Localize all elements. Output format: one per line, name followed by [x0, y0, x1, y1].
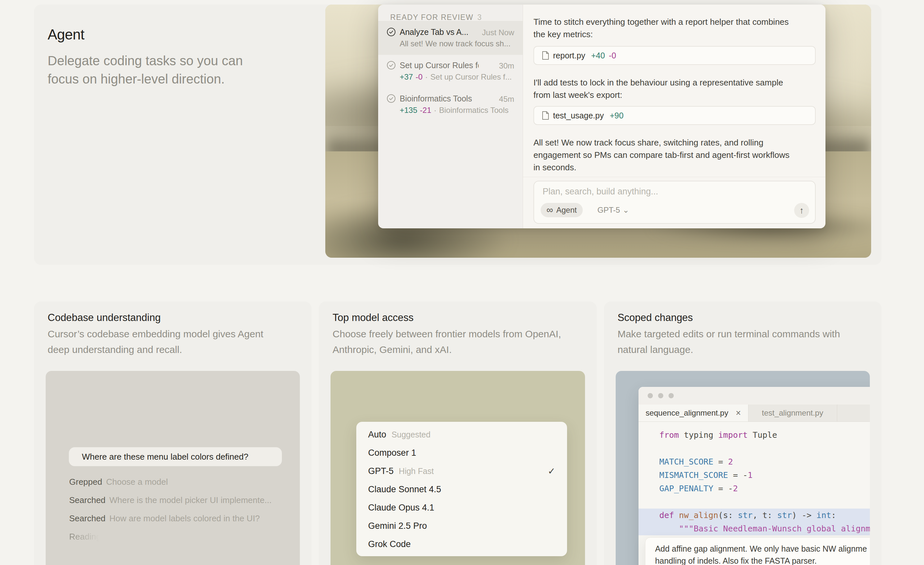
deletions-count: -0 [609, 51, 616, 60]
tool-call-row: SearchedHow are model labels colored in … [69, 514, 260, 523]
agent-chat: Time to stitch everything together with … [523, 4, 825, 228]
file-chip-report[interactable]: report.py +40 -0 [534, 46, 816, 65]
code-line: def nw_align(s: str, t: str) -> int: [659, 508, 870, 522]
window-dot-icon [669, 393, 674, 398]
user-query-bubble: Where are these menu label colors define… [69, 447, 282, 466]
infinity-icon: ∞ [546, 205, 553, 215]
card-title: Codebase understanding [48, 312, 160, 324]
code-line: from typing import Tuple [659, 428, 870, 442]
editor-demo-panel: sequence_alignment.py × test_alignment.p… [616, 371, 870, 565]
model-selector[interactable]: GPT-5 ⌄ [597, 205, 629, 215]
code-line: MATCH_SCORE = 2 [659, 455, 870, 468]
model-demo-panel: AutoSuggested Composer 1 GPT-5High Fast … [330, 371, 585, 565]
file-icon [542, 111, 549, 120]
card-scoped-changes: Scoped changes Make targeted edits or ru… [604, 301, 882, 565]
card-codebase-understanding: Codebase understanding Cursor’s codebase… [34, 301, 312, 565]
additions-count: +90 [610, 111, 624, 120]
codebase-demo-panel: Where are these menu label colors define… [46, 371, 300, 565]
dot-separator: · [425, 72, 428, 82]
review-count-badge: 3 [477, 13, 482, 21]
deletions-count: -21 [420, 106, 431, 115]
hero-section: Agent Delegate coding tasks so you can f… [34, 4, 882, 265]
feature-cards-row: Codebase understanding Cursor’s codebase… [34, 301, 882, 565]
file-name: report.py [553, 51, 585, 60]
task-item-analyze-tab[interactable]: Analyze Tab vs A... Just Now All set! We… [378, 21, 523, 55]
task-summary: +135-21·Bioinformatics Tools [400, 106, 514, 115]
task-timestamp: 30m [499, 61, 514, 70]
task-timestamp: 45m [499, 94, 514, 104]
window-dot-icon [658, 393, 663, 398]
chevron-down-icon: ⌄ [622, 205, 629, 215]
task-title: Analyze Tab vs A... [400, 27, 468, 37]
chat-message: I'll add tests to lock in the behaviour … [534, 76, 818, 101]
window-dot-icon [648, 393, 653, 398]
chat-input[interactable]: Plan, search, build anything... ∞ Agent … [534, 181, 816, 224]
close-icon[interactable]: × [736, 408, 741, 418]
menu-item-hint: Suggested [392, 430, 430, 439]
code-line: MISMATCH_SCORE = -1 [659, 468, 870, 482]
tab-test-alignment[interactable]: test_alignment.py [748, 405, 837, 421]
check-circle-icon [387, 27, 396, 36]
task-item-bioinformatics[interactable]: Bioinformatics Tools 45m +135-21·Bioinfo… [378, 87, 523, 121]
review-list: READY FOR REVIEW3 Analyze Tab vs A... Ju… [378, 4, 523, 228]
inline-edit-prompt[interactable]: Add affine gap alignment. We only have b… [645, 537, 870, 565]
check-circle-icon [387, 94, 396, 103]
file-chip-test-usage[interactable]: test_usage.py +90 [534, 106, 816, 125]
agent-mode-pill[interactable]: ∞ Agent [541, 203, 583, 217]
review-header-label: READY FOR REVIEW [390, 13, 473, 21]
menu-item-claude-sonnet[interactable]: Claude Sonnet 4.5 [356, 480, 567, 499]
editor-tab-bar: sequence_alignment.py × test_alignment.p… [639, 405, 870, 422]
tool-call-row: SearchedWhere is the model picker UI imp… [69, 495, 272, 505]
send-button[interactable]: ↑ [794, 203, 809, 218]
file-icon [542, 51, 549, 60]
model-picker-menu: AutoSuggested Composer 1 GPT-5High Fast … [356, 422, 567, 556]
additions-count: +40 [591, 51, 605, 60]
chat-message: Time to stitch everything together with … [534, 16, 818, 40]
task-title: Bioinformatics Tools [400, 94, 472, 103]
task-timestamp: Just Now [482, 28, 514, 37]
additions-count: +37 [400, 72, 413, 82]
chat-input-placeholder: Plan, search, build anything... [543, 187, 658, 197]
card-title: Scoped changes [618, 312, 693, 324]
task-summary: +37-0·Set up Cursor Rules f... [400, 72, 514, 82]
tool-call-row-reading: Reading [69, 532, 101, 542]
model-selector-label: GPT-5 [597, 205, 620, 215]
menu-item-auto[interactable]: AutoSuggested [356, 426, 567, 444]
editor-titlebar [639, 387, 870, 405]
tab-sequence-alignment[interactable]: sequence_alignment.py × [639, 405, 748, 421]
menu-item-gpt-5[interactable]: GPT-5High Fast ✓ [356, 462, 567, 480]
additions-count: +135 [400, 106, 417, 115]
card-description: Cursor’s codebase embedding model gives … [48, 326, 263, 358]
menu-item-hint: High Fast [399, 466, 434, 476]
tab-label: test_alignment.py [762, 408, 823, 418]
deletions-count: -0 [416, 72, 423, 82]
tab-label: sequence_alignment.py [646, 408, 729, 418]
hero-tagline: Delegate coding tasks so you can focus o… [48, 51, 243, 88]
card-top-model-access: Top model access Choose freely between f… [319, 301, 596, 565]
checkmark-icon: ✓ [548, 466, 555, 477]
menu-item-claude-opus[interactable]: Claude Opus 4.1 [356, 499, 567, 517]
code-line [659, 495, 870, 508]
card-description: Make targeted edits or run terminal comm… [618, 326, 840, 358]
agent-landing-page: Agent Delegate coding tasks so you can f… [0, 0, 924, 565]
menu-item-gemini[interactable]: Gemini 2.5 Pro [356, 517, 567, 535]
code-line: GAP_PENALTY = -2 [659, 482, 870, 495]
task-summary: All set! We now track focus sh... [400, 39, 514, 48]
code-line [659, 442, 870, 455]
agent-mode-label: Agent [556, 205, 577, 215]
menu-item-composer-1[interactable]: Composer 1 [356, 444, 567, 462]
tool-call-row: GreppedChoose a model [69, 477, 168, 487]
code-area: from typing import Tuple MATCH_SCORE = 2… [639, 422, 870, 549]
file-name: test_usage.py [553, 111, 604, 120]
task-item-cursor-rules[interactable]: Set up Cursor Rules fo... 30m +37-0·Set … [378, 54, 523, 88]
page-title: Agent [48, 26, 84, 43]
arrow-up-icon: ↑ [800, 205, 804, 216]
card-title: Top model access [333, 312, 413, 324]
card-description: Choose freely between frontier models fr… [333, 326, 561, 358]
code-line: """Basic Needleman-Wunsch global alignme… [659, 522, 870, 535]
menu-item-grok-code[interactable]: Grok Code [356, 535, 567, 553]
dot-separator: · [434, 106, 436, 115]
check-circle-icon [387, 61, 396, 70]
chat-message: All set! We now track focus share, switc… [534, 136, 818, 174]
agent-panel: READY FOR REVIEW3 Analyze Tab vs A... Ju… [378, 4, 825, 228]
